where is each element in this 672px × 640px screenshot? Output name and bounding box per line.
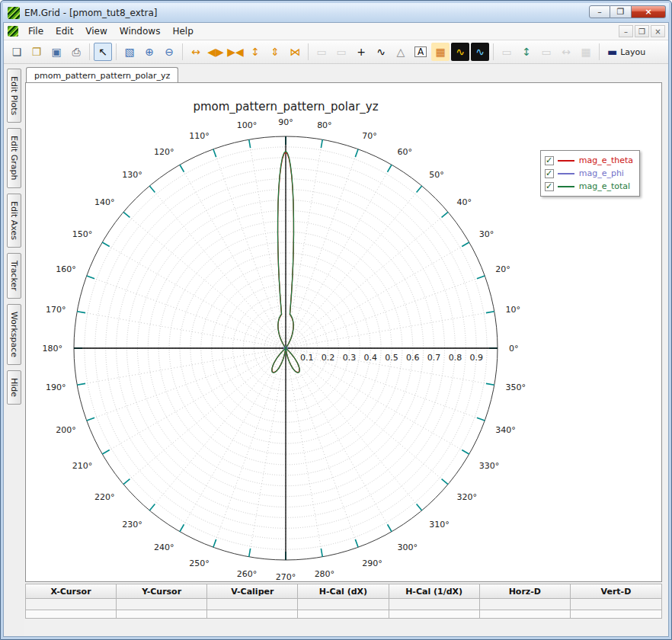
add-marker-button[interactable]: +: [352, 43, 370, 61]
legend-line-sample: [558, 160, 574, 162]
select-region-icon: ▭: [336, 46, 346, 57]
expand-horizontal-button[interactable]: ◀▶: [206, 43, 225, 61]
radial-label-0.8: 0.8: [449, 353, 462, 363]
angle-tick-80: [321, 139, 322, 148]
expand-vertical-button[interactable]: ⇕: [266, 43, 284, 61]
status-value-h-cal-dx: [298, 599, 389, 610]
status-value-x-cursor: [26, 599, 117, 610]
tab-pmom-pattern-pattern-polar-yz[interactable]: pmom_pattern_pattern_polar_yz: [26, 67, 178, 83]
sidebar-tab-workspace[interactable]: Workspace: [7, 304, 21, 365]
title-bar[interactable]: EM.Grid - [pmom_tut8_extra] – ❐ ×: [3, 3, 669, 22]
legend-item-mag-e-total: ✓mag_e_total: [545, 180, 633, 193]
angle-tick-30: [462, 242, 469, 247]
radial-label-0.2: 0.2: [322, 353, 335, 363]
grid-radial-line: [286, 149, 358, 348]
angle-label-0: 0°: [509, 344, 519, 354]
menu-file[interactable]: File: [22, 24, 50, 39]
grid-settings-icon: ▦: [581, 46, 590, 57]
legend-checkbox-mag-e-theta[interactable]: ✓: [545, 156, 554, 165]
angle-label-230: 230°: [122, 520, 142, 530]
angle-label-240: 240°: [154, 542, 174, 552]
angle-tick-10: [486, 312, 494, 313]
fit-vertical-button[interactable]: ↕: [246, 43, 264, 61]
fit-horizontal-button[interactable]: ↔: [187, 43, 205, 61]
select-region-button: ▭: [332, 43, 350, 61]
colormap-dark-2-button[interactable]: ∿: [471, 43, 489, 61]
color-palette-button[interactable]: ▦: [431, 43, 450, 61]
open-file-button[interactable]: ❐: [27, 43, 46, 61]
sidebar-tab-tracker[interactable]: Tracker: [7, 253, 21, 299]
menu-view[interactable]: View: [79, 24, 113, 39]
maximize-button[interactable]: ❐: [610, 5, 632, 18]
angle-label-310: 310°: [429, 520, 450, 530]
window-title: EM.Grid - [pmom_tut8_extra]: [24, 8, 158, 18]
sidebar-tab-edit-axes[interactable]: Edit Axes: [7, 194, 21, 248]
angle-label-210: 210°: [72, 461, 93, 471]
sidebar-tab-hide[interactable]: Hide: [7, 370, 21, 405]
pointer-tool-button[interactable]: ↖: [94, 43, 112, 61]
angle-tick-240: [180, 524, 184, 532]
legend-checkbox-mag-e-phi[interactable]: ✓: [545, 169, 554, 178]
autoscale-button[interactable]: ⋈: [286, 43, 304, 61]
angle-label-270: 270°: [276, 572, 296, 581]
angle-label-60: 60°: [398, 147, 413, 157]
zoom-in-button[interactable]: ⊕: [140, 43, 158, 61]
zoom-in-icon: ⊕: [145, 46, 154, 57]
colormap-dark-1-button[interactable]: ∿: [451, 43, 469, 61]
angle-tick-340: [477, 418, 485, 421]
angle-label-120: 120°: [154, 147, 174, 157]
close-button[interactable]: ×: [632, 5, 666, 18]
sidebar: Edit PlotsEdit GraphEdit AxesTrackerWork…: [4, 64, 24, 636]
legend-item-mag-e-theta: ✓mag_e_theta: [545, 154, 633, 167]
angle-tick-110: [213, 149, 216, 157]
legend-checkbox-mag-e-total[interactable]: ✓: [545, 182, 554, 191]
minimize-button[interactable]: –: [589, 5, 610, 18]
zoom-out-button[interactable]: ⊖: [160, 43, 178, 61]
colormap-dark-2-icon: ∿: [475, 46, 485, 57]
new-file-button[interactable]: ❏: [8, 43, 26, 61]
angle-tick-330: [462, 450, 469, 455]
sidebar-tab-edit-plots[interactable]: Edit Plots: [7, 69, 21, 123]
mdi-close-button[interactable]: ×: [651, 25, 665, 37]
expand-horizontal-icon: ◀▶: [207, 46, 224, 57]
menu-help[interactable]: Help: [166, 24, 199, 39]
frame-tool-icon: ▭: [501, 46, 511, 57]
angle-tick-200: [87, 418, 94, 421]
shrink-horizontal-button[interactable]: ▶◀: [226, 43, 245, 61]
angle-label-160: 160°: [56, 264, 76, 274]
angle-tick-230: [149, 504, 155, 510]
select-box-button: ▭: [312, 43, 331, 61]
zoom-region-button[interactable]: ▧: [120, 43, 139, 61]
status-value-y-cursor: [117, 599, 207, 610]
angle-label-260: 260°: [237, 569, 258, 579]
angle-label-70: 70°: [362, 131, 377, 141]
new-file-icon: ❏: [12, 46, 22, 57]
radial-label-0.9: 0.9: [469, 353, 483, 363]
mdi-restore-button[interactable]: ❐: [635, 25, 649, 37]
sidebar-tab-edit-graph[interactable]: Edit Graph: [7, 128, 21, 188]
grid-radial-line: [286, 312, 494, 348]
status-extra-vert-d: [571, 610, 661, 619]
angle-label-40: 40°: [456, 197, 472, 207]
text-annotation-button[interactable]: A: [411, 43, 430, 61]
angle-label-290: 290°: [362, 558, 382, 568]
angle-tick-50: [417, 186, 422, 192]
zoom-region-icon: ▧: [124, 46, 134, 57]
select-box-icon: ▭: [316, 46, 326, 57]
window-controls: – ❐ ×: [589, 5, 666, 18]
status-col-x-cursor: X-Cursor: [26, 584, 117, 599]
menu-windows[interactable]: Windows: [114, 24, 167, 39]
toolbar-separator: [599, 43, 600, 60]
polygon-tool-button[interactable]: △: [392, 43, 410, 61]
angle-tick-320: [442, 479, 448, 485]
mdi-minimize-button[interactable]: –: [619, 25, 633, 37]
status-col-y-cursor: Y-Cursor: [117, 584, 207, 599]
angle-tick-130: [149, 186, 155, 192]
menu-edit[interactable]: Edit: [50, 24, 79, 39]
legend-label-mag-e-total: mag_e_total: [579, 181, 630, 191]
trace-cursor-button[interactable]: ∿: [372, 43, 390, 61]
fit-page-vertical-button[interactable]: ↕: [517, 43, 536, 61]
layout-button[interactable]: ▬Layou: [603, 43, 649, 61]
save-file-button[interactable]: ▣: [47, 43, 66, 61]
print-button[interactable]: ⎙: [67, 43, 85, 61]
